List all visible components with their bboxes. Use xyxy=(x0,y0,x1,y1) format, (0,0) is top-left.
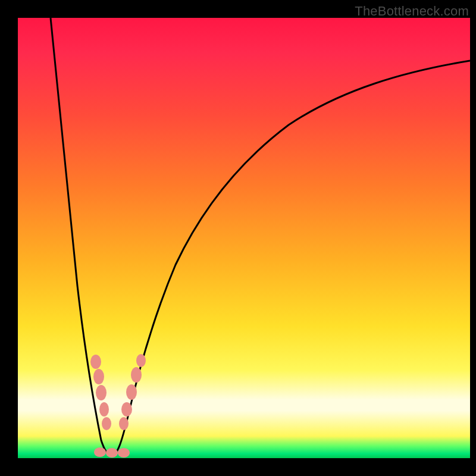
bead xyxy=(126,384,137,400)
bead xyxy=(136,354,146,367)
bead xyxy=(121,402,132,416)
bead xyxy=(99,402,109,416)
bead xyxy=(94,447,106,457)
chart-frame: TheBottleneck.com xyxy=(0,0,476,476)
plot-area xyxy=(18,18,470,458)
bead xyxy=(90,355,101,369)
bead-cluster xyxy=(90,354,146,458)
bead xyxy=(102,417,111,430)
bead xyxy=(96,385,107,400)
bead xyxy=(131,367,142,383)
curve-right-branch xyxy=(112,61,470,455)
watermark-text: TheBottleneck.com xyxy=(355,4,469,19)
bead xyxy=(119,417,129,430)
bead xyxy=(93,369,104,384)
bottleneck-curve xyxy=(18,18,470,458)
bead xyxy=(118,448,130,458)
bead xyxy=(106,448,118,458)
